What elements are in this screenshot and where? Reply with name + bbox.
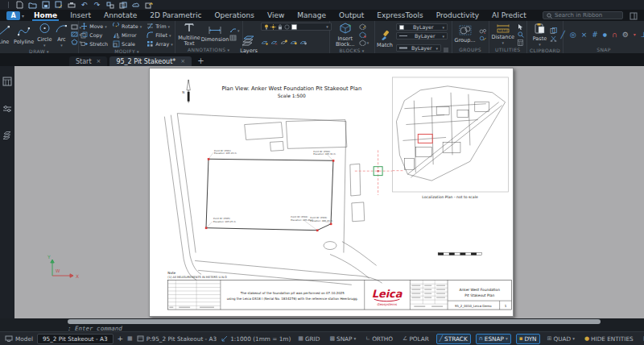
application-menu-arrow-icon[interactable]: ▾ (22, 13, 24, 19)
export-icon[interactable] (144, 1, 153, 10)
redo-icon[interactable]: ↷ (93, 1, 101, 10)
doc-tab-start[interactable]: Start × (69, 56, 107, 66)
snap-intersection-icon[interactable]: × (581, 31, 588, 39)
application-button[interactable]: A (6, 11, 20, 20)
tab-insert[interactable]: Insert (64, 10, 97, 21)
layers-tool[interactable]: Layers (240, 35, 258, 54)
block-attributes-icon[interactable] (359, 31, 369, 38)
layer-freeze-icon[interactable] (280, 33, 287, 48)
toggle-drafting[interactable]: ▣Drafting▾ (641, 335, 644, 343)
panel-label-utilities[interactable]: UTILITIES (492, 46, 524, 53)
tab-output[interactable]: Output (332, 10, 370, 21)
layers-panel-icon[interactable] (2, 127, 12, 143)
select-cursor-icon[interactable] (518, 23, 524, 30)
save-icon[interactable] (41, 1, 50, 10)
line-tool[interactable]: Line (0, 25, 10, 45)
circle-tool[interactable]: Circle ▾ (37, 23, 52, 48)
lineweight-dropdown[interactable]: ByLayer ▾ (396, 44, 441, 52)
doc-tab-drawing[interactable]: 95_2 Pit Stakeout* × (109, 56, 192, 66)
zoom-magnifier-icon[interactable] (518, 31, 524, 38)
tab-view[interactable]: View (261, 10, 291, 21)
layer-off-icon[interactable] (299, 33, 307, 48)
paste-tool[interactable]: Paste ▾ (533, 23, 547, 47)
lineweight-dropdown-arrow-icon[interactable]: ▾ (436, 46, 438, 51)
copy-tool[interactable]: Copy (80, 31, 108, 39)
cut-clip-icon[interactable] (550, 35, 557, 42)
insert-block-tool[interactable]: Insert Block... (335, 23, 356, 47)
model-tab[interactable]: Model (5, 335, 33, 343)
close-tab-icon[interactable]: × (180, 58, 185, 64)
new-document-icon[interactable]: + (197, 56, 204, 65)
array-tool[interactable]: Array▾ (147, 40, 172, 48)
tab-expresstools[interactable]: ExpressTools (370, 10, 429, 21)
paper-sheet[interactable]: N Plan View: Anker West Foundation Pit S… (149, 68, 514, 317)
snap-settings-gear-icon[interactable]: ⚙ (622, 31, 629, 39)
snap-center-icon[interactable]: ◎ (570, 31, 576, 39)
tab-annotate[interactable]: Annotate (97, 10, 143, 21)
dimension-tool[interactable]: Dimension (204, 26, 226, 43)
block-library-icon[interactable]: ▾ (359, 39, 369, 46)
settings-sliders-icon[interactable] (2, 101, 12, 116)
panel-label-clipboard[interactable]: CLIPBOARD (530, 47, 560, 54)
snap-marker-icon[interactable]: ▾ (634, 31, 636, 39)
snap-endpoint-icon[interactable]: ╱ (560, 31, 564, 39)
layer-unisolate-icon[interactable] (270, 33, 278, 48)
snap-point-icon[interactable]: ● (603, 31, 607, 39)
panels-icon[interactable] (2, 74, 12, 89)
polyline-tool[interactable]: Polyline (14, 25, 34, 45)
paper-space-indicator[interactable]: P:95_2 Pit Stakeout - A3 (137, 335, 217, 343)
panel-label-modify[interactable]: MODIFY (81, 48, 172, 55)
toggle-esnap[interactable]: ∩ESNAP▾ (476, 334, 511, 344)
layer-dropdown-arrow-icon[interactable]: ▾ (326, 24, 328, 29)
tab-home[interactable]: Home (27, 10, 64, 21)
close-tab-icon[interactable]: × (97, 58, 101, 64)
drawing-canvas[interactable]: N Plan View: Anker West Foundation Pit S… (0, 66, 644, 318)
move-tool[interactable]: Move▾ (80, 23, 108, 30)
stretch-tool[interactable]: Stretch (80, 40, 108, 48)
snap-grid-icon[interactable]: # (592, 31, 598, 39)
cloud-upload-icon[interactable] (131, 1, 140, 10)
mirror-tool[interactable]: Mirror (113, 31, 142, 39)
tab-operations[interactable]: Operations (208, 10, 261, 21)
new-file-icon[interactable] (15, 1, 24, 10)
copy-clip-icon[interactable] (550, 27, 557, 34)
ribbon-search-input[interactable]: Search in Ribbon (543, 11, 623, 19)
leader-tool[interactable]: ▾ (229, 27, 240, 33)
panel-label-annotations[interactable]: ANNOTATIONS (178, 46, 240, 53)
open-folder-icon[interactable] (28, 1, 37, 10)
layer-isolate-icon[interactable] (261, 33, 268, 48)
layer-state-dropdown[interactable]: ▾ (261, 23, 332, 31)
table-tool[interactable] (229, 35, 240, 41)
calculator-icon[interactable] (518, 39, 524, 46)
arc-tool[interactable]: Arc ▾ (55, 23, 68, 48)
panel-label-draw[interactable]: DRAW (2, 48, 76, 55)
toggle-strack[interactable]: ╱STRACK (436, 334, 471, 344)
snap-magnet-icon[interactable]: ∩ (612, 31, 617, 39)
color-dropdown[interactable]: ByLayer ▾ (396, 23, 448, 31)
tab-ai-predict[interactable]: AI Predict (485, 10, 533, 21)
layout-tab[interactable]: 95_2 Pit Stakeout - A3 (37, 334, 114, 344)
tab-2d-parametric[interactable]: 2D Parametric (143, 10, 208, 21)
rotate-tool[interactable]: Rotate▾ (113, 23, 142, 30)
panel-label-blocks[interactable]: BLOCKS (332, 47, 372, 54)
tab-manage[interactable]: Manage (291, 10, 332, 21)
lineweight-settings-icon[interactable] (443, 40, 449, 56)
layer-lock-tool-icon[interactable] (290, 33, 297, 48)
toggle-ortho[interactable]: ∟ORTHO (363, 335, 395, 343)
undo-icon[interactable]: ↶ (80, 1, 89, 10)
panel-label-snap[interactable]: SNAP (566, 46, 642, 53)
layout-list-icon[interactable]: ▦ (127, 335, 133, 343)
linetype-dropdown[interactable]: ByLayer ▾ (396, 32, 448, 39)
toggle-hide-entities[interactable]: ●HIDE ENTITIES (582, 335, 636, 343)
distance-dropdown-icon[interactable]: ▾ (502, 41, 504, 45)
toggle-grid[interactable]: ▦GRID (295, 335, 322, 343)
toggle-polar[interactable]: ∠POLAR (400, 335, 431, 343)
group-tool[interactable]: Group... (455, 25, 476, 44)
horizontal-scrollbar[interactable] (68, 319, 601, 324)
annotation-scale-control[interactable]: 1:1000 (1mm = 1m) (221, 335, 291, 343)
color-dropdown-arrow-icon[interactable]: ▾ (442, 25, 444, 30)
trim-tool[interactable]: Trim▾ (147, 23, 172, 30)
tab-productivity[interactable]: Productivity (430, 10, 485, 21)
copy-icon[interactable] (118, 1, 127, 10)
group-edit-icon[interactable] (479, 35, 486, 41)
